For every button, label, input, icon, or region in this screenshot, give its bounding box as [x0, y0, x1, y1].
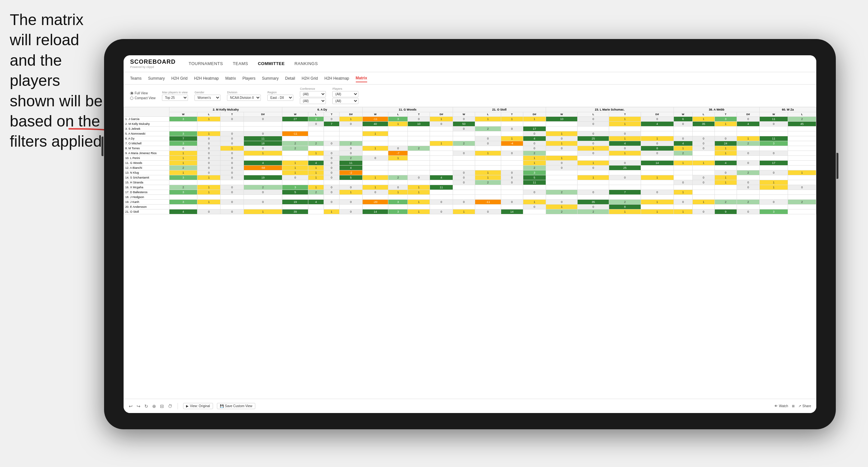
subnav-summary2[interactable]: Summary — [262, 75, 278, 82]
matrix-cell — [641, 195, 674, 200]
subnav-teams[interactable]: Teams — [130, 75, 142, 82]
compact-view-radio[interactable] — [130, 97, 133, 100]
matrix-cell — [692, 195, 714, 200]
subnav-h2h-grid2[interactable]: H2H Grid — [302, 75, 318, 82]
matrix-cell: 3 — [308, 117, 324, 122]
matrix-cell — [788, 210, 816, 214]
table-row: 8. M Torres00102010200108101 — [124, 146, 816, 151]
matrix-cell: 0 — [244, 190, 282, 195]
table-row: 16. X Mcgaha2102310010111010 — [124, 185, 816, 190]
matrix-cell: 3 — [282, 185, 308, 190]
matrix-cell — [308, 126, 324, 131]
matrix-cell — [788, 180, 816, 185]
row-player-name: 16. X Mcgaha — [124, 185, 169, 190]
matrix-cell — [430, 205, 453, 210]
matrix-cell: 1 — [641, 200, 674, 205]
subnav-h2h-grid[interactable]: H2H Grid — [172, 75, 188, 82]
matrix-cell — [308, 136, 324, 141]
subnav-summary[interactable]: Summary — [148, 75, 164, 82]
matrix-cell: -11 — [475, 200, 501, 205]
view-original-button[interactable]: ▶ View: Original — [183, 403, 213, 409]
players-select-2[interactable]: (All) — [332, 98, 359, 104]
matrix-cell — [430, 180, 453, 185]
matrix-cell: 1 — [408, 185, 430, 190]
subnav-detail[interactable]: Detail — [285, 75, 295, 82]
undo-icon[interactable]: ↩ — [129, 404, 133, 409]
nav-tournaments[interactable]: TOURNAMENTS — [189, 60, 223, 67]
matrix-cell: 0 — [324, 185, 340, 190]
matrix-cell: 0 — [692, 175, 714, 180]
subnav-matrix[interactable]: Matrix — [225, 75, 236, 82]
compact-view-option[interactable]: Compact View — [130, 96, 155, 100]
subnav-h2h-heatmap[interactable]: H2H Heatmap — [194, 75, 219, 82]
matrix-cell: 0 — [340, 122, 363, 126]
layout-button[interactable]: ⊞ — [792, 404, 795, 408]
matrix-cell — [244, 122, 282, 126]
matrix-cell — [220, 180, 244, 185]
full-view-option[interactable]: Full View — [130, 91, 155, 95]
gender-select[interactable]: Women's — [194, 95, 220, 101]
nav-rankings[interactable]: RANKINGS — [294, 60, 318, 67]
matrix-cell — [674, 156, 692, 161]
conference-select-2[interactable]: (All) — [300, 98, 326, 104]
matrix-cell — [760, 126, 788, 131]
tablet-frame: SCOREBOARD Powered by clippd TOURNAMENTS… — [104, 39, 836, 429]
gender-label: Gender — [194, 91, 220, 94]
conference-label: Conference — [300, 87, 326, 90]
nav-committee[interactable]: COMMITTEE — [258, 60, 285, 67]
matrix-cell: 45 — [788, 122, 816, 126]
matrix-cell — [714, 185, 737, 190]
division-select[interactable]: NCAA Division II — [227, 95, 261, 101]
watch-button[interactable]: 👁 Watch — [774, 404, 788, 408]
region-select[interactable]: East - DII — [267, 95, 293, 101]
matrix-cell — [501, 161, 523, 165]
matrix-cell — [388, 170, 408, 175]
matrix-cell — [674, 165, 692, 170]
matrix-cell: 0 — [197, 210, 220, 214]
matrix-cell: 4 — [609, 141, 641, 146]
matrix-cell — [788, 156, 816, 161]
matrix-cell: 2 — [578, 210, 609, 214]
table-row: 6. A Dy7001101402511000111 — [124, 136, 816, 141]
matrix-cell — [501, 165, 523, 170]
subnav-h2h-heatmap2[interactable]: H2H Heatmap — [324, 75, 349, 82]
settings-icon[interactable]: ⊟ — [160, 404, 164, 409]
matrix-cell — [430, 156, 453, 161]
save-custom-button[interactable]: 💾 Save Custom View — [217, 403, 255, 409]
matrix-cell: 1 — [737, 136, 760, 141]
subnav-players[interactable]: Players — [242, 75, 255, 82]
matrix-cell — [788, 161, 816, 165]
logo-subtitle: Powered by clippd — [130, 65, 176, 69]
wlt-w3: W — [362, 112, 388, 117]
players-filter: Players (All) (All) — [332, 87, 359, 104]
wlt-w6: W — [674, 112, 692, 117]
watch-label: Watch — [779, 404, 788, 408]
matrix-cell: 0 — [220, 185, 244, 190]
subnav-matrix2[interactable]: Matrix — [356, 74, 367, 82]
matrix-cell — [340, 136, 363, 141]
matrix-cell: 10 — [546, 117, 578, 122]
players-select-1[interactable]: (All) — [332, 91, 359, 97]
refresh-icon[interactable]: ↻ — [145, 404, 148, 409]
matrix-cell — [609, 156, 641, 161]
matrix-cell — [523, 185, 546, 190]
matrix-cell: 2 — [788, 117, 816, 122]
matrix-cell — [641, 170, 674, 175]
matrix-cell: 1 — [714, 175, 737, 180]
table-row: 12. A Bianchi200-58110420025 — [124, 165, 816, 170]
redo-icon[interactable]: ↪ — [136, 404, 141, 409]
max-players-select[interactable]: Top 25 — [162, 95, 188, 101]
matrix-cell: 0 — [197, 165, 220, 170]
nav-teams[interactable]: TEAMS — [233, 60, 248, 67]
conference-select-1[interactable]: (All) — [300, 91, 326, 97]
matrix-cell: 0 — [324, 156, 340, 161]
clock-icon[interactable]: ⏱ — [168, 404, 173, 409]
main-content[interactable]: 2. M Kelly Mulcahy 6. A Dy 11. G Woods 2… — [124, 107, 816, 403]
full-view-radio[interactable] — [130, 92, 133, 95]
matrix-cell — [674, 170, 692, 175]
matrix-cell — [282, 151, 308, 156]
matrix-cell — [362, 151, 388, 156]
matrix-cell: 1 — [308, 175, 324, 180]
share-button[interactable]: ↗ Share — [798, 404, 811, 408]
zoom-icon[interactable]: ⊕ — [152, 404, 156, 409]
